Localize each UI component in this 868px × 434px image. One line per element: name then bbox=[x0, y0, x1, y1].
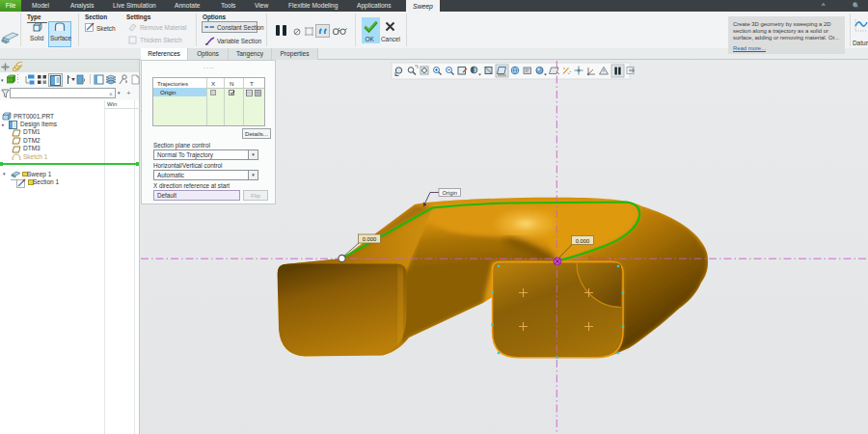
svg-text:0.000: 0.000 bbox=[363, 236, 377, 242]
svg-text:0.000: 0.000 bbox=[576, 238, 590, 244]
svg-text:Origin: Origin bbox=[442, 190, 456, 196]
svg-text:Section 1: Section 1 bbox=[588, 256, 614, 261]
